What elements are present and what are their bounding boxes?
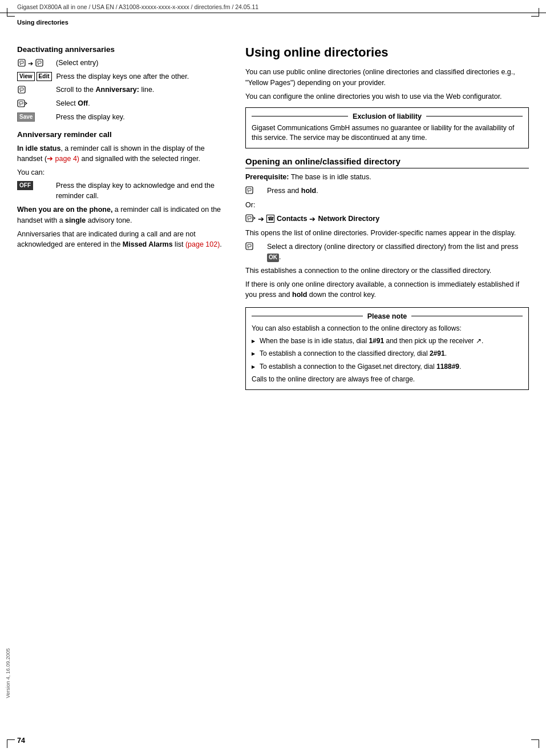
svg-rect-3 [36,59,43,66]
deactivating-section: Deactivating anniversaries ➔ [17,45,228,122]
press-hold-row: Press and hold. [245,186,529,196]
page4-link: ➔ page 4) [47,155,79,163]
missed-alarms-text: Missed Alarms [123,240,173,248]
nav-start-icon [245,214,256,224]
handset-icon-1 [17,58,26,69]
only-one-pre: If there is only one online directory av… [245,280,519,299]
step3-desc: Scroll to the Anniversary: line. [56,85,228,95]
step3-row: Scroll to the Anniversary: line. [17,85,228,96]
scroll-icon [17,85,26,96]
svg-rect-10 [19,102,23,104]
nav-arrow1: ➔ [258,215,264,223]
step2-row: View Edit Press the display keys one aft… [17,72,228,82]
page-number: 74 [17,737,25,745]
save-badge: Save [17,112,35,122]
when-phone-d: advisory tone. [86,216,132,224]
right-column: Using online directories You can use pub… [245,45,529,390]
page102-link: (page 102) [185,240,220,248]
left-column: Deactivating anniversaries ➔ [17,45,228,390]
only-one-text: If there is only one online directory av… [245,279,529,300]
step4-row: Select Off. [17,99,228,110]
opening-heading: Opening an online/classified directory [245,156,529,168]
select-desc-text: Select a directory (online directory or … [267,243,518,251]
list-ref-a: list [173,240,185,248]
select-dir-row: Select a directory (online directory or … [245,242,529,262]
step4-icon [17,99,51,110]
intro1-text: You can use public online directories (o… [245,67,529,87]
step2-desc: Press the display keys one after the oth… [56,72,229,82]
ok-badge: OK [267,254,279,262]
step2-badges: View Edit [17,72,52,81]
please-note-intro: You can also establish a connection to t… [252,324,523,333]
press-hold-icon [245,186,262,196]
intro2-text: You can configure the online directories… [245,91,529,102]
corner-tr-h [531,16,539,17]
prerequisite-text: The base is in idle status. [289,173,371,181]
select-dir-desc: Select a directory (online directory or … [267,242,529,262]
exclusion-text: Gigaset Communications GmbH assumes no g… [252,123,523,143]
svg-rect-18 [246,243,253,250]
when-phone-bold: When you are on the phone, [17,206,112,214]
press-hold-desc: Press and hold. [267,186,529,196]
step5-badge: Save [17,112,51,122]
hold-bold-text: hold [292,291,307,299]
please-note-box: Please note You can also establish a con… [245,307,529,390]
bullet-item-3: To establish a connection to the Gigaset… [252,362,523,372]
svg-rect-6 [18,86,25,93]
svg-rect-0 [18,59,25,66]
or-text: Or: [245,200,529,210]
nav-arrow2: ➔ [309,215,316,223]
svg-rect-4 [38,61,41,63]
header-text: Gigaset DX800A all in one / USA EN / A31… [17,3,258,10]
svg-rect-15 [246,215,253,222]
bullet-item-1: When the base is in idle status, dial 1#… [252,336,523,346]
please-note-title-bar: Please note [252,312,523,320]
please-note-title: Please note [367,312,407,320]
svg-rect-7 [20,88,23,90]
corner-tl-v [7,8,7,17]
reminder-section: Anniversary reminder call In idle status… [17,130,228,250]
handset-icon-2 [35,58,44,69]
select-nav-icon [245,242,256,252]
off-badge: OFF [17,181,33,190]
step4-desc: Select Off. [56,99,228,109]
list-text: This opens the list of online directorie… [245,228,529,238]
content-area: Deactivating anniversaries ➔ [0,34,546,401]
svg-rect-12 [246,187,253,194]
prerequisite-label: Prerequisite: [245,173,289,181]
page: Gigaset DX800A all in one / USA EN / A31… [0,0,546,756]
step1-icons: ➔ [17,58,51,69]
top-header: Gigaset DX800A all in one / USA EN / A31… [0,0,546,13]
opening-section: Opening an online/classified directory P… [245,156,529,300]
step1-row: ➔ (Select entry) [17,58,228,69]
reminder-para1: In idle status, a reminder call is shown… [17,143,228,164]
prerequisite-line: Prerequisite: The base is in idle status… [245,172,529,182]
corner-br-h [531,739,539,740]
version-text: Version 4, 16.09.2005 [5,648,11,698]
step1-desc: (Select entry) [56,58,228,69]
svg-rect-9 [18,100,25,107]
anniversaries-para: Anniversaries that are indicated during … [17,229,228,250]
nav-contacts-row: ➔ ☎ Contacts ➔ Network Directory [245,214,529,224]
reminder-heading: Anniversary reminder call [17,130,228,139]
nav-icon [245,186,256,196]
svg-rect-16 [248,216,251,219]
svg-rect-1 [20,61,23,63]
corner-bl-v [7,739,7,748]
view-badge: View [17,72,35,81]
idle-status-text: In idle status [17,144,60,152]
deactivating-heading: Deactivating anniversaries [17,45,228,54]
corner-tl-h [7,16,15,17]
section-label: Using directories [17,19,529,26]
exclusion-title: Exclusion of liability [353,112,422,120]
contacts-label: Contacts [277,215,307,223]
reminder-para1d: and signalled with the selected ringer. [79,155,200,163]
select-icon [17,99,27,110]
please-note-bullets: When the base is in idle status, dial 1#… [252,336,523,372]
off-row: OFF Press the display key to acknowledge… [17,181,228,201]
only-one-end-text: down the control key. [307,291,376,299]
bullet-item-2: To establish a connection to the classif… [252,349,523,359]
establishes-text: This establishes a connection to the onl… [245,266,529,276]
corner-bl-h [7,739,15,740]
contacts-icon: ☎ [266,215,274,223]
